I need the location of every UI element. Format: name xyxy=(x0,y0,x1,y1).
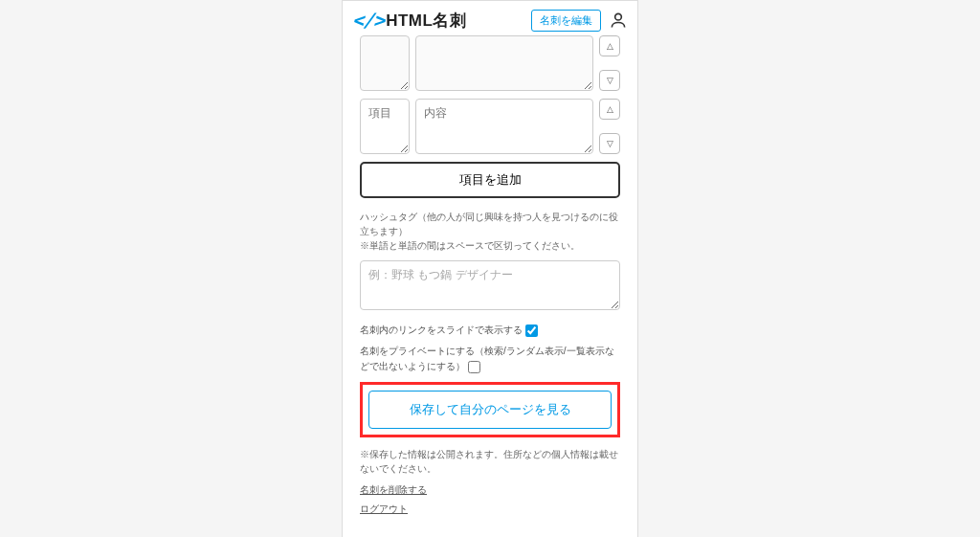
logo-code-icon: </> xyxy=(352,9,384,32)
edit-card-button[interactable]: 名刺を編集 xyxy=(531,10,601,32)
private-checkbox[interactable] xyxy=(468,361,480,373)
hashtag-help: ハッシュタグ（他の人が同じ興味を持つ人を見つけるのに役立ちます） ※単語と単語の… xyxy=(360,210,620,253)
move-down-button[interactable]: ▽ xyxy=(599,133,620,154)
save-warning-text: ※保存した情報は公開されます。住所などの個人情報は載せないでください。 xyxy=(360,447,620,476)
private-check-row: 名刺をプライベートにする（検索/ランダム表示/一覧表示などで出ないようにする） xyxy=(360,344,620,374)
app-container: </> HTML名刺 名刺を編集 △ ▽ △ xyxy=(342,0,638,537)
hashtag-help-line2: ※単語と単語の間はスペースで区切ってください。 xyxy=(360,238,620,253)
app-logo: </> HTML名刺 xyxy=(352,9,466,32)
form-content: △ ▽ △ ▽ 項目を追加 ハッシュタグ（他の人が同じ興味を持つ人を見つけるのに… xyxy=(343,35,637,516)
hashtag-help-line1: ハッシュタグ（他の人が同じ興味を持つ人を見つけるのに役立ちます） xyxy=(360,210,620,238)
slide-checkbox[interactable] xyxy=(525,324,538,337)
reorder-controls: △ ▽ xyxy=(599,99,620,154)
item-label-input[interactable] xyxy=(360,99,410,154)
private-check-label: 名刺をプライベートにする（検索/ランダム表示/一覧表示などで出ないようにする） xyxy=(360,346,614,371)
move-up-button[interactable]: △ xyxy=(599,35,620,56)
app-header: </> HTML名刺 名刺を編集 xyxy=(343,1,637,35)
save-button[interactable]: 保存して自分のページを見る xyxy=(368,391,612,429)
save-highlight-box: 保存して自分のページを見る xyxy=(360,382,620,437)
header-right: 名刺を編集 xyxy=(531,10,628,32)
move-down-button[interactable]: ▽ xyxy=(599,70,620,91)
move-up-button[interactable]: △ xyxy=(599,99,620,120)
reorder-controls: △ ▽ xyxy=(599,35,620,91)
item-value-input[interactable] xyxy=(415,99,593,154)
slide-check-label: 名刺内のリンクをスライドで表示する xyxy=(360,324,523,335)
add-item-button[interactable]: 項目を追加 xyxy=(360,162,620,198)
item-row: △ ▽ xyxy=(360,35,620,91)
svg-point-0 xyxy=(615,13,622,20)
logout-link[interactable]: ログアウト xyxy=(360,503,620,516)
account-icon[interactable] xyxy=(609,11,628,30)
item-label-input[interactable] xyxy=(360,35,410,91)
item-row: △ ▽ xyxy=(360,99,620,154)
slide-check-row: 名刺内のリンクをスライドで表示する xyxy=(360,323,620,338)
hashtag-input[interactable] xyxy=(360,260,620,310)
delete-card-link[interactable]: 名刺を削除する xyxy=(360,483,620,497)
logo-text: HTML名刺 xyxy=(386,10,466,32)
item-value-input[interactable] xyxy=(415,35,593,91)
